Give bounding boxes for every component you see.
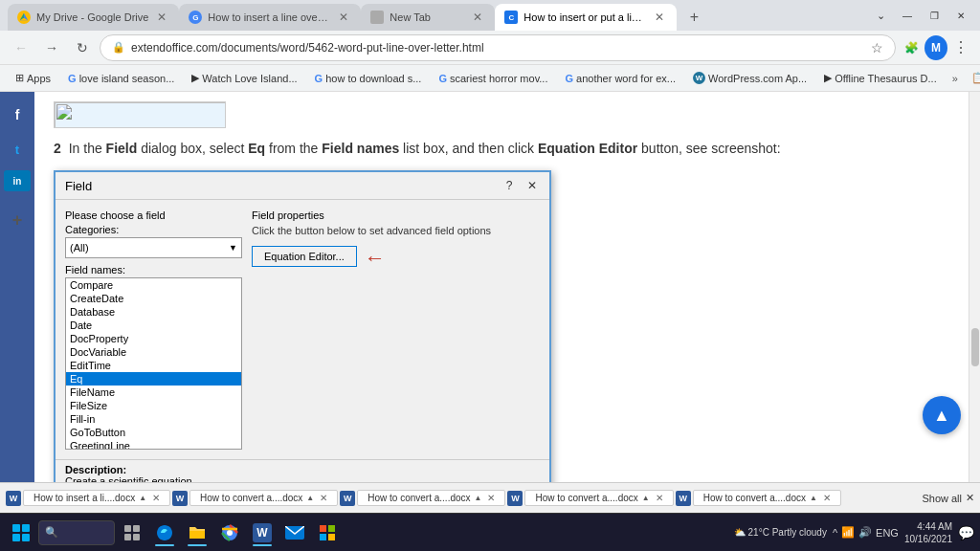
bookmarks-more-button[interactable]: » bbox=[947, 71, 964, 86]
field-item-database[interactable]: Database bbox=[66, 305, 241, 319]
tray-arrow[interactable]: ^ bbox=[833, 527, 837, 539]
close-button[interactable]: ✕ bbox=[949, 4, 972, 27]
browser-menu-button[interactable]: ⋮ bbox=[949, 34, 972, 60]
task-view-icon bbox=[122, 523, 142, 542]
taskbar-word[interactable]: W bbox=[247, 518, 278, 548]
field-item-fillin[interactable]: Fill-in bbox=[66, 412, 241, 426]
taskbar-search[interactable]: 🔍 bbox=[38, 520, 115, 545]
tab-gdrive[interactable]: My Drive - Google Drive ✕ bbox=[8, 4, 179, 31]
tab-insertline-close[interactable]: ✕ bbox=[336, 10, 351, 25]
doc-item-5-close[interactable]: ✕ bbox=[823, 493, 831, 503]
doc-item-1[interactable]: How to insert a li....docx ▲ ✕ bbox=[23, 490, 170, 506]
categories-dropdown-arrow: ▼ bbox=[229, 243, 237, 253]
address-bar[interactable]: 🔒 extendoffice.com/documents/word/5462-w… bbox=[100, 34, 896, 61]
back-button[interactable]: ← bbox=[8, 34, 34, 61]
dialog-right-panel: Field properties Click the button below … bbox=[252, 209, 540, 450]
network-icon[interactable]: 📶 bbox=[841, 526, 855, 539]
maximize-button[interactable]: ❐ bbox=[923, 4, 946, 27]
taskbar-mail[interactable] bbox=[279, 518, 310, 548]
dialog-close-button[interactable]: ✕ bbox=[524, 178, 540, 193]
taskbar-store[interactable] bbox=[312, 518, 343, 548]
categories-label: Categories: bbox=[65, 224, 242, 235]
field-item-docproperty[interactable]: DocProperty bbox=[66, 332, 241, 345]
field-item-filename[interactable]: FileName bbox=[66, 386, 241, 399]
bookmark-apps[interactable]: ⊞ Apps bbox=[8, 70, 58, 86]
weather-widget[interactable]: ⛅ 21°C Partly cloudy bbox=[734, 527, 827, 538]
extension-icons: 🧩 M ⋮ bbox=[900, 34, 972, 60]
doc-item-2-close[interactable]: ✕ bbox=[320, 493, 327, 503]
field-names-list[interactable]: Compare CreateDate Database Date DocProp… bbox=[65, 277, 242, 450]
dialog-help-button[interactable]: ? bbox=[501, 178, 517, 193]
refresh-button[interactable]: ↻ bbox=[69, 34, 96, 61]
field-item-createdate[interactable]: CreateDate bbox=[66, 292, 241, 305]
scroll-up-button[interactable]: ▲ bbox=[923, 396, 961, 434]
task-view-button[interactable] bbox=[117, 518, 147, 548]
doc-item-3[interactable]: How to convert a....docx ▲ ✕ bbox=[357, 490, 505, 506]
tab-gdrive-close[interactable]: ✕ bbox=[154, 10, 169, 25]
doc-item-3-close[interactable]: ✕ bbox=[487, 493, 495, 503]
doc-bar-close-icon[interactable]: ✕ bbox=[966, 492, 974, 504]
field-item-edittime[interactable]: EditTime bbox=[66, 359, 241, 372]
notification-button[interactable]: 💬 bbox=[958, 525, 974, 540]
word-icon-2: W bbox=[172, 491, 188, 506]
watchlove-label: Watch Love Island... bbox=[202, 73, 297, 84]
field-item-compare[interactable]: Compare bbox=[66, 278, 241, 292]
bookmark-howdl[interactable]: G how to download s... bbox=[307, 71, 430, 86]
minimize-button[interactable]: — bbox=[896, 4, 919, 27]
tab-howto[interactable]: C How to insert or put a line over t... … bbox=[495, 4, 677, 31]
profile-button[interactable]: M bbox=[924, 36, 947, 59]
tab-insertline[interactable]: G How to insert a line over the top... ✕ bbox=[179, 4, 361, 31]
field-item-gotobutton[interactable]: GoToButton bbox=[66, 426, 241, 439]
facebook-share-button[interactable]: f bbox=[0, 99, 34, 130]
equation-editor-button[interactable]: Equation Editor... bbox=[252, 246, 357, 267]
doc-item-4-close[interactable]: ✕ bbox=[656, 493, 663, 503]
sound-icon[interactable]: 🔊 bbox=[858, 526, 872, 539]
bookmarks-bar: ⊞ Apps G love island season... ▶ Watch L… bbox=[0, 65, 980, 92]
language-label[interactable]: ENG bbox=[876, 527, 899, 539]
bookmark-offline[interactable]: ▶ Offline Thesaurus D... bbox=[816, 70, 945, 86]
bookmark-anotherword[interactable]: G another word for ex... bbox=[558, 71, 684, 86]
add-social-button[interactable]: + bbox=[0, 205, 34, 235]
field-item-eq[interactable]: Eq bbox=[66, 372, 241, 386]
field-item-date[interactable]: Date bbox=[66, 319, 241, 332]
page-scrollbar[interactable] bbox=[969, 92, 980, 482]
forward-button[interactable]: → bbox=[38, 34, 65, 61]
reading-list-button[interactable]: 📋 Reading list bbox=[966, 65, 980, 92]
doc-item-4[interactable]: How to convert a....docx ▲ ✕ bbox=[524, 490, 673, 506]
linkedin-share-button[interactable]: in bbox=[4, 170, 31, 191]
twitter-share-button[interactable]: t bbox=[0, 134, 34, 165]
tab-howto-close[interactable]: ✕ bbox=[652, 10, 667, 25]
taskbar-edge[interactable] bbox=[149, 518, 180, 548]
doc-item-1-close[interactable]: ✕ bbox=[152, 493, 160, 503]
bookmark-star-icon[interactable]: ☆ bbox=[871, 40, 883, 55]
doc-item-3-arrow: ▲ bbox=[475, 494, 482, 502]
bookmark-wordpress[interactable]: W WordPress.com Ap... bbox=[685, 70, 814, 86]
show-all-button[interactable]: Show all ✕ bbox=[922, 492, 974, 504]
collapse-button[interactable]: ⌄ bbox=[869, 4, 892, 27]
bookmark-scariest[interactable]: G scariest horror mov... bbox=[431, 71, 555, 86]
dialog-title-bar: Field ? ✕ bbox=[56, 172, 549, 200]
tab-newtab-close[interactable]: ✕ bbox=[470, 10, 485, 25]
field-item-docvariable[interactable]: DocVariable bbox=[66, 345, 241, 359]
categories-dropdown[interactable]: (All) ▼ bbox=[65, 237, 242, 258]
bookmark-loveisland[interactable]: G love island season... bbox=[60, 71, 182, 86]
time-date-widget[interactable]: 4:44 AM 10/16/2021 bbox=[904, 520, 952, 545]
description-label: Description: bbox=[65, 464, 540, 475]
tab-newtab[interactable]: New Tab ✕ bbox=[361, 4, 495, 31]
extensions-icon[interactable]: 🧩 bbox=[900, 36, 923, 59]
start-button[interactable] bbox=[6, 518, 36, 548]
windows-logo-icon bbox=[12, 524, 30, 541]
field-item-filesize[interactable]: FileSize bbox=[66, 399, 241, 412]
tab-newtab-label: New Tab bbox=[390, 11, 464, 23]
doc-item-5[interactable]: How to convert a....docx ▲ ✕ bbox=[693, 490, 841, 506]
field-item-greetingline[interactable]: GreetingLine bbox=[66, 439, 241, 450]
step-text-5: button, see screenshot: bbox=[641, 141, 781, 156]
new-tab-button[interactable]: + bbox=[680, 4, 707, 31]
taskbar-search-icon: 🔍 bbox=[45, 526, 58, 539]
scariest-label: scariest horror mov... bbox=[450, 73, 548, 84]
bookmark-watchlove[interactable]: ▶ Watch Love Island... bbox=[184, 70, 304, 86]
doc-item-2[interactable]: How to convert a....docx ▲ ✕ bbox=[189, 490, 338, 506]
taskbar-chrome[interactable] bbox=[214, 518, 245, 548]
scrollbar-thumb[interactable] bbox=[971, 328, 979, 366]
taskbar-explorer[interactable] bbox=[182, 518, 212, 548]
